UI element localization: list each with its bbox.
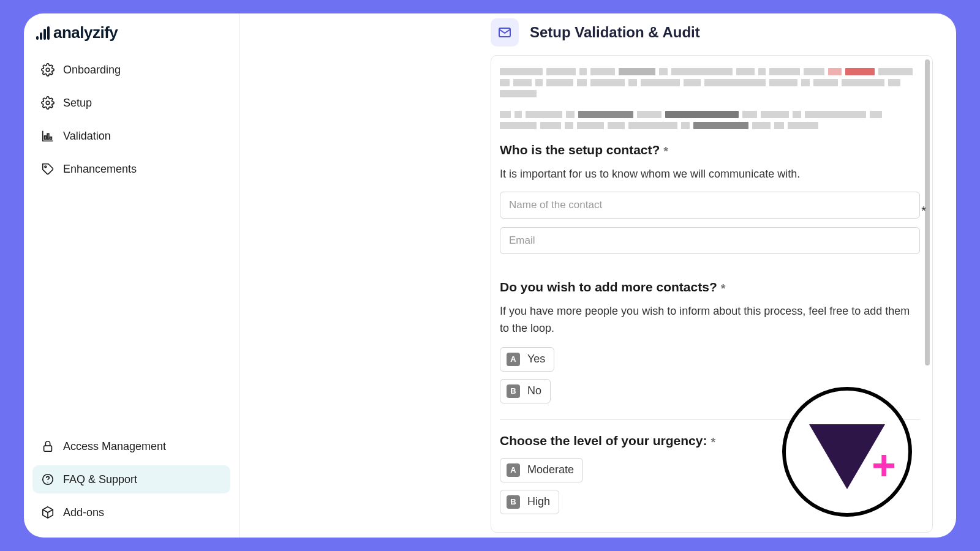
key-badge: A — [507, 463, 520, 477]
svg-rect-4 — [50, 137, 52, 140]
plus-icon — [872, 444, 896, 485]
key-badge: B — [507, 384, 520, 398]
sidebar-item-enhancements[interactable]: Enhancements — [32, 155, 230, 183]
redacted-intro — [500, 68, 920, 97]
contact-name-input[interactable] — [500, 192, 920, 219]
sidebar-item-setup[interactable]: Setup — [32, 89, 230, 117]
nav-primary: Onboarding Setup Validation Enhancements — [32, 56, 230, 183]
sidebar-item-label: FAQ & Support — [63, 473, 137, 486]
app-frame: analyzify Onboarding Setup Validation — [24, 13, 956, 538]
question-contact-helper: It is important for us to know whom we w… — [500, 166, 920, 183]
sidebar-item-label: Setup — [63, 97, 92, 110]
option-label: High — [527, 495, 550, 508]
svg-point-1 — [46, 101, 50, 105]
svg-rect-6 — [44, 446, 52, 451]
svg-point-5 — [45, 166, 47, 168]
logo: analyzify — [32, 22, 230, 56]
svg-rect-2 — [45, 136, 47, 140]
page-header: Setup Validation & Audit — [491, 17, 933, 55]
question-contact-title: Who is the setup contact?* — [500, 143, 920, 157]
key-badge: A — [507, 353, 520, 366]
required-star-icon: * — [721, 282, 726, 295]
question-morecontacts-helper: If you have more people you wish to info… — [500, 303, 920, 337]
logo-text: analyzify — [53, 23, 118, 42]
sidebar-item-validation[interactable]: Validation — [32, 122, 230, 150]
question-morecontacts-title: Do you wish to add more contacts?* — [500, 280, 920, 294]
bar-chart-icon — [41, 129, 55, 143]
required-star-icon: * — [921, 204, 926, 218]
required-star-icon: * — [710, 435, 715, 449]
svg-point-8 — [47, 482, 48, 482]
option-yes[interactable]: A Yes — [500, 347, 554, 372]
sidebar-item-access[interactable]: Access Management — [32, 432, 230, 460]
sidebar-item-faq[interactable]: FAQ & Support — [32, 465, 230, 493]
brand-badge — [782, 387, 912, 517]
lock-icon — [41, 440, 55, 453]
sidebar: analyzify Onboarding Setup Validation — [24, 13, 239, 538]
gear-icon — [41, 96, 55, 110]
help-icon — [41, 473, 55, 486]
nav-secondary: Access Management FAQ & Support Add-ons — [32, 432, 230, 527]
required-star-icon: * — [663, 144, 668, 158]
sidebar-item-label: Access Management — [63, 440, 166, 453]
option-label: No — [527, 384, 541, 397]
svg-rect-3 — [47, 133, 49, 139]
svg-point-0 — [46, 68, 50, 72]
option-label: Yes — [527, 353, 545, 365]
sidebar-item-label: Onboarding — [63, 64, 121, 77]
option-moderate[interactable]: A Moderate — [500, 458, 583, 482]
tag-icon — [41, 162, 55, 176]
page-title: Setup Validation & Audit — [530, 24, 700, 41]
box-icon — [41, 506, 55, 519]
redacted-intro-2 — [500, 111, 920, 129]
key-badge: B — [507, 495, 520, 509]
option-no[interactable]: B No — [500, 379, 551, 403]
gear-icon — [41, 63, 55, 77]
sidebar-item-label: Validation — [63, 130, 111, 143]
option-high[interactable]: B High — [500, 490, 559, 514]
sidebar-item-addons[interactable]: Add-ons — [32, 498, 230, 527]
sidebar-item-onboarding[interactable]: Onboarding — [32, 56, 230, 84]
logo-icon — [36, 26, 50, 40]
mail-icon — [491, 18, 519, 47]
contact-email-input[interactable] — [500, 227, 920, 254]
sidebar-item-label: Enhancements — [63, 163, 137, 176]
option-label: Moderate — [527, 463, 574, 476]
sidebar-item-label: Add-ons — [63, 506, 104, 519]
